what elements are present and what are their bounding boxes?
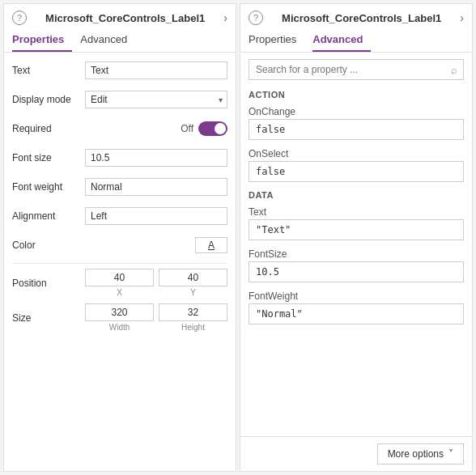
position-y-label: Y [190,288,196,297]
onchange-value[interactable]: false [249,119,464,140]
display-mode-select-wrap: Edit ▾ [85,91,227,108]
position-row: Position X Y [12,269,227,297]
right-tabs: Properties Advanced [240,28,472,53]
toggle-off-label: Off [181,123,193,134]
size-value: Width Height [85,303,227,332]
color-button[interactable]: A [195,237,227,253]
left-panel-title: Microsoft_CoreControls_Label1 [45,12,205,24]
position-x-label: X [117,288,122,297]
onselect-label: OnSelect [240,145,472,161]
tab-advanced-right[interactable]: Advanced [312,28,371,52]
font-size-value [85,149,227,167]
fontweight-adv-label: FontWeight [240,287,472,303]
alignment-label: Alignment [12,210,85,222]
font-weight-row: Font weight [12,176,227,198]
right-panel: ? Microsoft_CoreControls_Label1 › Proper… [240,3,473,472]
font-weight-label: Font weight [12,181,85,193]
data-section-label: DATA [240,187,472,203]
onchange-label: OnChange [240,103,472,119]
alignment-input[interactable] [85,207,227,225]
text-property-value [85,61,227,79]
font-weight-input[interactable] [85,178,227,196]
more-options-button[interactable]: More options ˅ [377,443,464,464]
onselect-value[interactable]: false [249,161,464,182]
position-value: X Y [85,269,227,297]
required-value: Off [85,121,227,136]
left-panel: ? Microsoft_CoreControls_Label1 › Proper… [3,3,236,472]
font-size-input[interactable] [85,149,227,167]
color-row: Color A [12,234,227,257]
help-icon-right[interactable]: ? [249,11,263,25]
text-input[interactable] [85,61,227,79]
required-toggle[interactable] [198,121,227,136]
size-inputs: Width Height [85,303,227,332]
font-size-label: Font size [12,152,85,163]
text-adv-label: Text [240,203,472,219]
help-icon-left[interactable]: ? [12,11,27,25]
position-y-input[interactable] [159,269,227,286]
text-property-row: Text [12,59,227,82]
search-input[interactable] [249,59,464,80]
tab-properties-right[interactable]: Properties [249,28,304,52]
search-icon: ⌕ [451,64,457,76]
action-section-label: ACTION [240,87,472,103]
size-height-label: Height [181,323,205,332]
alignment-row: Alignment [12,205,227,227]
left-panel-body: Text Display mode Edit ▾ Required [4,53,236,471]
adv-content: ⌕ ACTION OnChange false OnSelect false D… [240,53,472,436]
size-width-input[interactable] [85,303,154,321]
toggle-knob [215,123,226,134]
required-row: Required Off [12,117,227,140]
divider-1 [12,263,227,264]
toggle-row: Off [85,121,227,136]
color-row-inner: A [85,237,227,253]
display-mode-value: Edit ▾ [85,91,227,108]
position-x-input[interactable] [85,269,154,286]
font-size-row: Font size [12,146,227,169]
fontsize-adv-value[interactable]: 10.5 [249,261,464,282]
right-panel-header: ? Microsoft_CoreControls_Label1 › [240,4,472,28]
search-wrap: ⌕ [249,59,464,80]
left-panel-header: ? Microsoft_CoreControls_Label1 › [4,4,236,28]
size-width-group: Width [85,303,154,332]
tab-advanced-left[interactable]: Advanced [80,28,135,52]
left-tabs: Properties Advanced [4,28,236,53]
font-weight-value [85,178,227,196]
more-options-bar: More options ˅ [240,436,472,471]
more-options-label: More options [388,448,444,460]
size-height-group: Height [159,303,227,332]
tab-properties-left[interactable]: Properties [12,28,72,52]
fontweight-adv-value[interactable]: "Normal" [249,303,464,324]
position-inputs: X Y [85,269,227,297]
right-panel-title: Microsoft_CoreControls_Label1 [282,12,441,24]
position-y-group: Y [159,269,227,297]
required-label: Required [12,123,85,134]
position-label: Position [12,278,85,289]
display-mode-row: Display mode Edit ▾ [12,88,227,111]
position-x-group: X [85,269,154,297]
size-row: Size Width Height [12,303,227,332]
alignment-value [85,207,227,225]
size-label: Size [12,312,85,324]
text-property-label: Text [12,65,85,76]
fontsize-adv-label: FontSize [240,245,472,261]
right-panel-body: ⌕ ACTION OnChange false OnSelect false D… [240,53,472,471]
size-width-label: Width [109,323,130,332]
color-value: A [85,237,227,253]
display-mode-label: Display mode [12,94,85,105]
display-mode-select[interactable]: Edit [85,91,227,108]
size-height-input[interactable] [159,303,227,321]
color-label: Color [12,240,85,251]
chevron-right-left[interactable]: › [223,11,227,24]
text-adv-value[interactable]: "Text" [249,219,464,240]
chevron-right-right[interactable]: › [460,11,464,24]
more-options-chevron-icon: ˅ [448,448,453,460]
